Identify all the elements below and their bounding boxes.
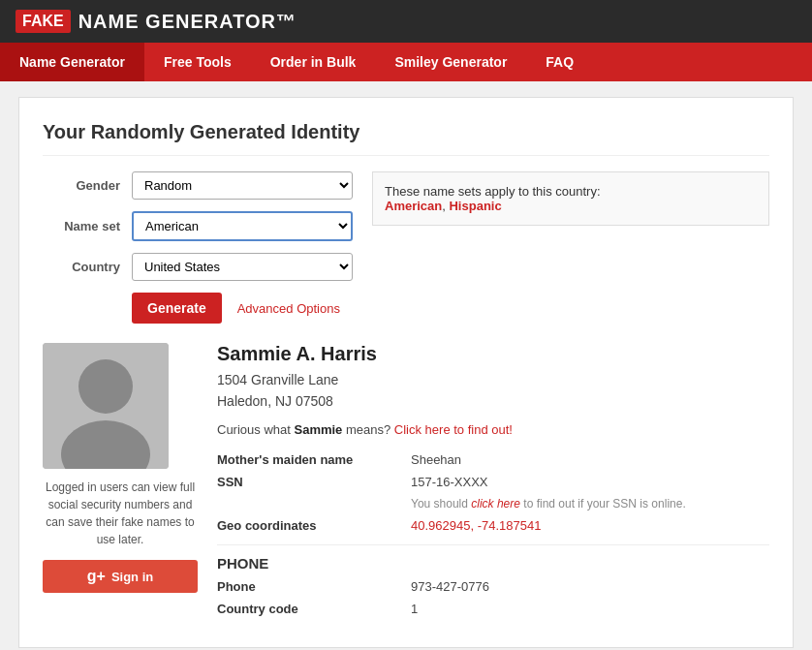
nameset-row: Name set American Hispanic French German bbox=[43, 211, 353, 241]
phone-row: Phone 973-427-0776 bbox=[217, 579, 769, 594]
curious-prefix: Curious what bbox=[217, 422, 294, 437]
nav-name-generator[interactable]: Name Generator bbox=[0, 43, 144, 81]
signin-label: Sign in bbox=[111, 570, 153, 584]
nav-free-tools[interactable]: Free Tools bbox=[144, 43, 251, 81]
nameset-label: Name set bbox=[43, 219, 120, 233]
ssn-value: 157-16-XXXX bbox=[411, 475, 769, 489]
country-row: Country United States United Kingdom Can… bbox=[43, 253, 353, 281]
geo-label: Geo coordinates bbox=[217, 518, 411, 533]
curious-text: Curious what Sammie means? Click here to… bbox=[217, 422, 769, 437]
avatar-section: Logged in users can view full social sec… bbox=[43, 343, 198, 624]
detail-table: Mother's maiden name Sheehan SSN 157-16-… bbox=[217, 452, 769, 616]
form-fields: Gender Random Male Female Name set Ameri… bbox=[43, 171, 353, 324]
maiden-value: Sheehan bbox=[411, 452, 769, 467]
country-code-row: Country code 1 bbox=[217, 602, 769, 616]
address-line1: 1504 Granville Lane bbox=[217, 372, 338, 387]
advanced-options-link[interactable]: Advanced Options bbox=[237, 301, 340, 316]
form-section: Gender Random Male Female Name set Ameri… bbox=[43, 171, 769, 324]
country-label: Country bbox=[43, 260, 120, 274]
fake-badge: FAKE bbox=[16, 10, 71, 33]
address-line2: Haledon, NJ 07508 bbox=[217, 393, 333, 409]
ssn-note-prefix: You should bbox=[411, 497, 471, 511]
ssn-click-link[interactable]: click here bbox=[471, 497, 520, 511]
ssn-note: You should click here to find out if you… bbox=[411, 497, 769, 511]
avatar bbox=[43, 343, 169, 469]
google-signin-button[interactable]: g+ Sign in bbox=[43, 560, 198, 593]
namesets-box: These name sets apply to this country: A… bbox=[372, 171, 769, 226]
generate-button[interactable]: Generate bbox=[132, 293, 222, 324]
geo-value[interactable]: 40.962945, -74.187541 bbox=[411, 518, 769, 533]
gender-select[interactable]: Random Male Female bbox=[132, 171, 353, 200]
site-title: NAME GENERATOR™ bbox=[78, 11, 297, 33]
ssn-note-suffix: to find out if your SSN is online. bbox=[520, 497, 686, 511]
nav-order-bulk[interactable]: Order in Bulk bbox=[251, 43, 376, 81]
profile-section: Logged in users can view full social sec… bbox=[43, 343, 769, 624]
country-select[interactable]: United States United Kingdom Canada Aust… bbox=[132, 253, 353, 281]
nameset-american-link[interactable]: American bbox=[385, 199, 442, 213]
svg-point-1 bbox=[78, 359, 133, 414]
page-title: Your Randomly Generated Identity bbox=[43, 121, 769, 156]
ssn-note-row: You should click here to find out if you… bbox=[217, 497, 769, 511]
person-name: Sammie A. Harris bbox=[217, 343, 769, 365]
geo-row: Geo coordinates 40.962945, -74.187541 bbox=[217, 518, 769, 533]
phone-label: Phone bbox=[217, 579, 411, 594]
nav-smiley-generator[interactable]: Smiley Generator bbox=[375, 43, 526, 81]
header: FAKE NAME GENERATOR™ bbox=[0, 0, 812, 43]
login-note: Logged in users can view full social sec… bbox=[43, 479, 198, 548]
profile-info: Sammie A. Harris 1504 Granville Lane Hal… bbox=[217, 343, 769, 624]
maiden-row: Mother's maiden name Sheehan bbox=[217, 452, 769, 467]
gplus-icon: g+ bbox=[87, 568, 106, 585]
nameset-select[interactable]: American Hispanic French German bbox=[132, 211, 353, 241]
phone-value: 973-427-0776 bbox=[411, 579, 769, 594]
curious-name: Sammie bbox=[294, 422, 342, 437]
nav-faq[interactable]: FAQ bbox=[526, 43, 593, 81]
navigation: Name Generator Free Tools Order in Bulk … bbox=[0, 43, 812, 81]
phone-section-header: PHONE bbox=[217, 544, 769, 572]
maiden-label: Mother's maiden name bbox=[217, 452, 411, 467]
curious-suffix: means? bbox=[342, 422, 393, 437]
gender-row: Gender Random Male Female bbox=[43, 171, 353, 200]
ssn-row: SSN 157-16-XXXX bbox=[217, 475, 769, 489]
person-address: 1504 Granville Lane Haledon, NJ 07508 bbox=[217, 369, 769, 413]
country-code-value: 1 bbox=[411, 602, 769, 616]
main-content: Your Randomly Generated Identity Gender … bbox=[18, 97, 794, 648]
ssn-note-spacer bbox=[217, 497, 411, 511]
nameset-hispanic-link[interactable]: Hispanic bbox=[449, 199, 501, 213]
gender-label: Gender bbox=[43, 178, 120, 193]
country-code-label: Country code bbox=[217, 602, 411, 616]
ssn-label: SSN bbox=[217, 475, 411, 489]
curious-link[interactable]: Click here to find out! bbox=[394, 422, 513, 437]
form-actions: Generate Advanced Options bbox=[132, 293, 353, 324]
namesets-description: These name sets apply to this country: bbox=[385, 184, 601, 199]
